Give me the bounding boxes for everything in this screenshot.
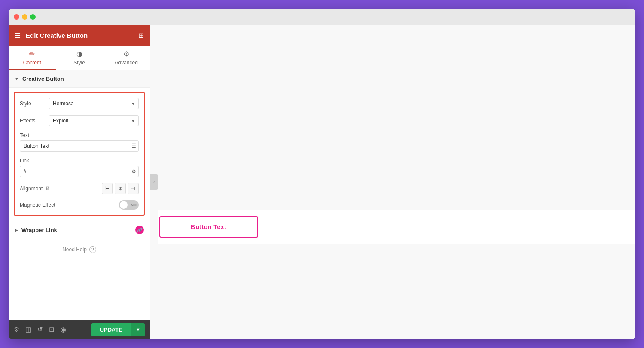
wrapper-link-section[interactable]: ▶ Wrapper Link 🔗 <box>9 220 150 239</box>
tabs-bar: ✏ Content ◑ Style ⚙ Advanced <box>9 46 150 70</box>
toggle-knob <box>120 201 128 209</box>
alignment-label: Alignment <box>20 186 43 192</box>
style-tab-label: Style <box>73 60 85 66</box>
content-tab-label: Content <box>23 60 41 66</box>
text-list-icon[interactable]: ☰ <box>131 143 136 149</box>
effects-select[interactable]: Exploit None Bounce <box>49 115 139 126</box>
alignment-label-wrap: Alignment 🖥 <box>20 186 50 192</box>
effects-label: Effects <box>20 118 46 124</box>
update-arrow-button[interactable]: ▼ <box>131 323 145 336</box>
link-input[interactable] <box>20 166 139 177</box>
history-icon[interactable]: ↺ <box>37 326 43 333</box>
bottom-left-icons: ⚙ ◫ ↺ ⊡ ◉ <box>14 326 66 333</box>
wrapper-link-icon: 🔗 <box>135 226 144 234</box>
main-content: ☰ Edit Creative Button ⊞ ✏ Content ◑ Sty… <box>9 25 635 339</box>
alignment-monitor-icon: 🖥 <box>45 186 50 192</box>
align-right-button[interactable]: ⊣ <box>128 183 139 194</box>
tab-advanced[interactable]: ⚙ Advanced <box>103 46 150 70</box>
sidebar: ☰ Edit Creative Button ⊞ ✏ Content ◑ Sty… <box>9 25 150 339</box>
wrapper-title: Wrapper Link <box>21 227 57 233</box>
panel-content: ▼ Creative Button Style Hermosa Classic … <box>9 70 150 320</box>
canvas-area: ‹ Button Text <box>150 25 635 339</box>
minimize-button[interactable] <box>22 14 27 20</box>
sidebar-header-left: ☰ Edit Creative Button <box>15 31 88 40</box>
preview-button-text: Button Text <box>191 223 226 230</box>
style-select[interactable]: Hermosa Classic Modern <box>49 98 139 109</box>
link-input-wrapper: ⚙ <box>20 166 139 177</box>
magnetic-toggle[interactable]: NO <box>119 200 139 210</box>
effects-select-wrapper: Exploit None Bounce ▼ <box>49 115 139 126</box>
preview-container: Button Text <box>158 210 635 244</box>
magnetic-effect-row: Magnetic Effect NO <box>20 200 139 210</box>
sidebar-header: ☰ Edit Creative Button ⊞ <box>9 25 150 46</box>
text-row: Text ☰ <box>20 132 139 152</box>
settings-section: Style Hermosa Classic Modern ▼ Effec <box>14 92 145 216</box>
settings-icon[interactable]: ⚙ <box>14 326 19 333</box>
section-title: Creative Button <box>22 76 64 82</box>
text-label: Text <box>20 132 139 138</box>
help-circle-icon: ? <box>89 246 96 253</box>
tab-style[interactable]: ◑ Style <box>56 46 103 70</box>
effects-row: Effects Exploit None Bounce ▼ <box>20 115 139 126</box>
canvas-inner: ‹ Button Text <box>150 25 635 339</box>
link-label: Link <box>20 158 139 164</box>
title-bar <box>9 9 635 25</box>
style-row: Style Hermosa Classic Modern ▼ <box>20 98 139 109</box>
text-input-wrapper: ☰ <box>20 140 139 152</box>
bottom-toolbar: ⚙ ◫ ↺ ⊡ ◉ UPDATE ▼ <box>9 320 150 339</box>
style-select-wrapper: Hermosa Classic Modern ▼ <box>49 98 139 109</box>
toggle-no-text: NO <box>131 203 137 207</box>
wrapper-left: ▶ Wrapper Link <box>15 227 57 233</box>
content-tab-icon: ✏ <box>29 50 35 58</box>
close-button[interactable] <box>14 14 19 20</box>
advanced-tab-label: Advanced <box>115 60 137 66</box>
layers-icon[interactable]: ◫ <box>25 326 31 333</box>
text-input[interactable] <box>20 140 139 152</box>
style-label: Style <box>20 101 46 107</box>
preview-section: Button Text <box>150 210 635 244</box>
sidebar-title: Edit Creative Button <box>26 32 88 39</box>
collapse-sidebar-arrow[interactable]: ‹ <box>150 174 158 190</box>
wrapper-chevron-icon: ▶ <box>15 228 18 232</box>
need-help-text: Need Help <box>62 247 87 253</box>
update-button[interactable]: UPDATE <box>91 323 131 336</box>
preview-icon[interactable]: ◉ <box>61 326 66 333</box>
magnetic-label: Magnetic Effect <box>20 202 55 208</box>
grid-icon[interactable]: ⊞ <box>138 31 144 40</box>
hamburger-icon[interactable]: ☰ <box>15 31 21 40</box>
alignment-buttons: ⊢ ⊕ ⊣ <box>102 183 139 194</box>
align-center-button[interactable]: ⊕ <box>115 183 126 194</box>
responsive-icon[interactable]: ⊡ <box>49 326 55 333</box>
browser-window: ☰ Edit Creative Button ⊞ ✏ Content ◑ Sty… <box>9 9 635 339</box>
maximize-button[interactable] <box>30 14 36 20</box>
alignment-row: Alignment 🖥 ⊢ ⊕ ⊣ <box>20 183 139 194</box>
traffic-lights <box>14 14 36 20</box>
update-button-wrap: UPDATE ▼ <box>91 323 145 336</box>
creative-button-section-header[interactable]: ▼ Creative Button <box>9 70 150 88</box>
tab-content[interactable]: ✏ Content <box>9 46 56 70</box>
link-row: Link ⚙ <box>20 158 139 177</box>
style-tab-icon: ◑ <box>76 50 82 58</box>
section-chevron-icon: ▼ <box>15 76 19 81</box>
advanced-tab-icon: ⚙ <box>123 50 129 58</box>
preview-button[interactable]: Button Text <box>159 216 258 238</box>
link-gear-icon[interactable]: ⚙ <box>131 168 136 174</box>
align-left-button[interactable]: ⊢ <box>102 183 113 194</box>
need-help[interactable]: Need Help ? <box>9 239 150 260</box>
